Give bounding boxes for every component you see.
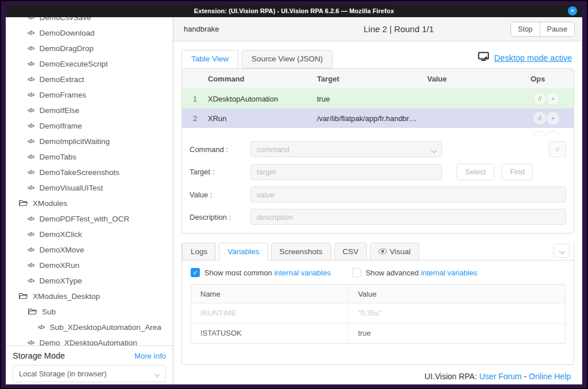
description-input[interactable] <box>250 209 566 225</box>
comment-toggle-button[interactable]: // <box>549 141 566 157</box>
cell-target: true <box>317 95 427 103</box>
sidebar-item-demoxclick[interactable]: </>DemoXClick <box>6 227 173 242</box>
comment-row-button[interactable] <box>533 131 547 135</box>
add-row-button[interactable]: + <box>546 92 560 106</box>
command-input[interactable] <box>250 141 442 157</box>
sidebar-item-label: DemoXType <box>39 277 82 285</box>
storage-mode-value: Local Storage (in browser) <box>19 369 106 378</box>
collapse-panel-button[interactable] <box>554 244 570 258</box>
sidebar-item-sub-xdesktopautomation-area[interactable]: </>Sub_XDesktopAutomation_Area <box>6 320 173 335</box>
variable-value: true <box>348 324 565 343</box>
sidebar-item-label: Sub_XDesktopAutomation_Area <box>49 323 161 332</box>
col-value: Value <box>427 75 531 83</box>
folder-open-icon <box>28 308 37 316</box>
online-help-link[interactable]: Online Help <box>529 372 571 381</box>
sidebar-folder-xmodules-desktop[interactable]: XModules_Desktop <box>6 289 173 304</box>
target-input[interactable] <box>250 164 442 180</box>
sidebar-item-demoimplicitwaiting[interactable]: </>DemoImplicitWaiting <box>6 134 173 149</box>
bottom-panel: Logs Variables Screenshots CSV Visual ✓ <box>181 243 574 365</box>
select-button[interactable]: Select <box>457 164 494 180</box>
variable-row-statusok[interactable]: !STATUSOK true <box>191 323 565 343</box>
sidebar-item-label: DemoFrames <box>39 91 86 99</box>
description-label: Description : <box>189 213 250 221</box>
tab-logs[interactable]: Logs <box>182 243 216 260</box>
pause-button[interactable]: Pause <box>540 22 574 36</box>
sidebar-item-label: DemoVisualUITest <box>39 184 103 192</box>
cell-command: XRun <box>208 114 317 123</box>
macro-name: handbrake <box>184 25 287 33</box>
tab-variables[interactable]: Variables <box>219 243 268 260</box>
folder-open-icon <box>18 293 28 300</box>
sidebar-item-demoxrun[interactable]: </>DemoXRun <box>6 258 173 273</box>
sidebar-item-demodragdrop[interactable]: </>DemoDragDrop <box>6 41 173 56</box>
sidebar-item-label: DemoXMove <box>39 246 84 254</box>
window-frame: Extension: (UI.Vision RPA) - UI.Vision R… <box>0 0 588 389</box>
app-window: Extension: (UI.Vision RPA) - UI.Vision R… <box>6 5 582 384</box>
tab-source-view[interactable]: Source View (JSON) <box>242 50 332 68</box>
sidebar-folder-sub[interactable]: Sub <box>6 304 173 320</box>
code-icon: </> <box>28 340 34 345</box>
command-row-2[interactable]: 2 XRun /var/lib/flatpak/app/fr.handbr… /… <box>182 108 574 128</box>
sidebar-item-demoxtype[interactable]: </>DemoXType <box>6 273 173 289</box>
command-table-header: Command Target Value Ops <box>182 69 574 89</box>
footer-prefix: UI.Vision RPA: <box>424 372 477 381</box>
sidebar-item-demodownload[interactable]: </>DemoDownload <box>6 25 173 41</box>
tab-csv[interactable]: CSV <box>334 243 368 260</box>
find-button[interactable]: Find <box>501 164 533 180</box>
close-button[interactable]: ✕ <box>568 6 577 15</box>
sidebar-item-demotakescreenshots[interactable]: </>DemoTakeScreenshots <box>6 165 173 180</box>
sidebar-item-demo-xdesktopautomation[interactable]: </>Demo_XDesktopAutomation <box>6 335 173 345</box>
sidebar-item-label: Sub <box>42 308 56 316</box>
show-advanced-checkbox[interactable] <box>352 268 361 277</box>
sidebar-item-demovisualuitest[interactable]: </>DemoVisualUITest <box>6 180 173 196</box>
add-row-button[interactable]: + <box>546 111 560 125</box>
sidebar-item-demoifelse[interactable]: </>DemoIfElse <box>6 103 173 118</box>
sidebar-item-demoxmove[interactable]: </>DemoXMove <box>6 242 173 258</box>
tab-visual[interactable]: Visual <box>370 243 419 260</box>
internal-variables-link[interactable]: internal variables <box>421 269 477 277</box>
sidebar-item-label: DemoExecuteScript <box>39 60 107 68</box>
variable-value: "0.35s" <box>348 304 565 323</box>
stop-button[interactable]: Stop <box>511 22 540 36</box>
show-common-checkbox[interactable]: ✓ <box>191 268 200 277</box>
sidebar-item-demoexecutescript[interactable]: </>DemoExecuteScript <box>6 56 173 72</box>
sidebar-item-label: XModules_Desktop <box>33 292 100 301</box>
more-info-link[interactable]: More Info <box>134 352 166 360</box>
storage-mode-select[interactable]: Local Storage (in browser) <box>13 365 166 382</box>
user-forum-link[interactable]: User Forum <box>479 372 521 381</box>
tab-table-view[interactable]: Table View <box>181 50 238 68</box>
sidebar-item-demoiframe[interactable]: </>DemoIframe <box>6 118 173 134</box>
cell-target: /var/lib/flatpak/app/fr.handbr… <box>317 114 427 123</box>
monitor-icon <box>478 52 490 64</box>
sidebar-item-demoextract[interactable]: </>DemoExtract <box>6 72 173 87</box>
add-row-button[interactable] <box>546 131 560 135</box>
footer-separator: - <box>524 372 527 381</box>
code-icon: </> <box>28 231 34 238</box>
macro-editor-panel: Command Target Value Ops 1 XDesktopAutom… <box>181 68 574 234</box>
show-advanced-label: Show advanced <box>366 269 419 277</box>
desktop-mode-link[interactable]: Desktop mode active <box>494 53 572 63</box>
code-icon: </> <box>28 154 34 160</box>
comment-row-button[interactable]: // <box>533 111 547 125</box>
sidebar-folder-xmodules[interactable]: XModules <box>6 196 173 211</box>
sidebar-item-demopdftest[interactable]: </>DemoPDFTest_with_OCR <box>6 211 173 227</box>
value-input[interactable] <box>250 186 566 203</box>
comment-row-button[interactable]: // <box>533 92 547 106</box>
code-icon: </> <box>28 45 34 52</box>
run-status: Line 2 | Round 1/1 <box>287 24 510 34</box>
variable-filters: ✓ Show most common internal variables Sh… <box>191 268 566 277</box>
command-row-1[interactable]: 1 XDesktopAutomation true //+ <box>182 89 574 108</box>
internal-variables-link[interactable]: internal variables <box>274 269 330 277</box>
code-icon: </> <box>28 216 34 222</box>
variable-row-runtime[interactable]: !RUNTIME "0.35s" <box>191 304 565 323</box>
col-value: Value <box>348 285 565 304</box>
row-number: 1 <box>182 95 208 103</box>
macro-sidebar: </>DemoCsvSave </>DemoDownload </>DemoDr… <box>6 17 173 384</box>
command-row-3-partial[interactable] <box>182 128 574 135</box>
sidebar-item-label: Demo_XDesktopAutomation <box>39 339 137 345</box>
sidebar-item-demotabs[interactable]: </>DemoTabs <box>6 149 173 165</box>
sidebar-item-demoframes[interactable]: </>DemoFrames <box>6 87 173 103</box>
footer: UI.Vision RPA: User Forum - Online Help <box>181 372 574 381</box>
tab-screenshots[interactable]: Screenshots <box>271 243 331 260</box>
command-form: Command : // Target : Select Find <box>182 135 574 225</box>
